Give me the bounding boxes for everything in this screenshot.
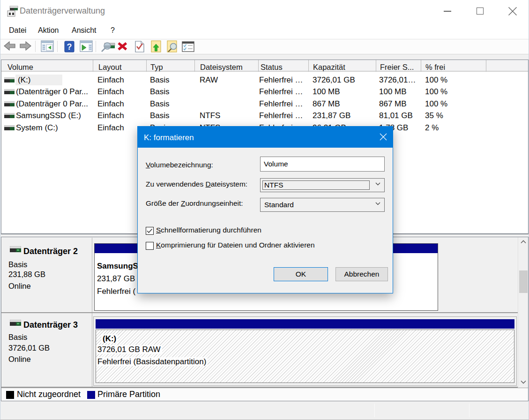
svg-text:?: ? (67, 42, 72, 52)
